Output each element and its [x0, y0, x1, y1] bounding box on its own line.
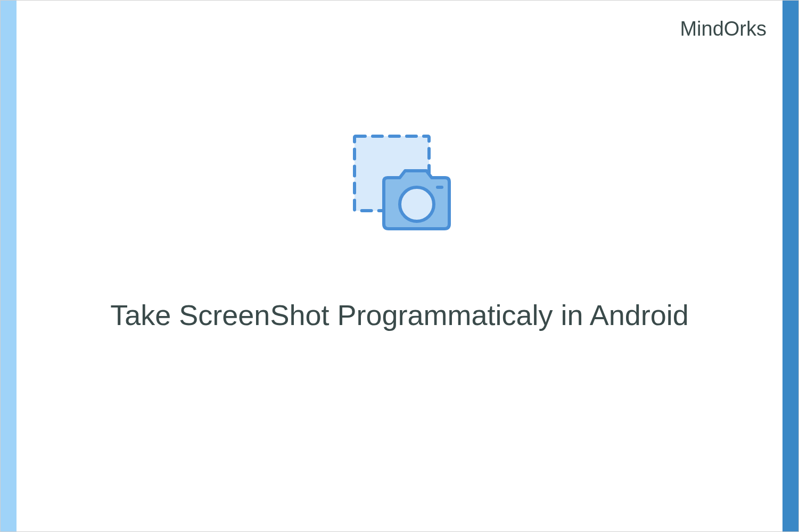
screenshot-camera-icon	[333, 126, 466, 259]
left-accent-stripe	[1, 1, 17, 531]
brand-label: MindOrks	[680, 18, 767, 40]
right-accent-stripe	[782, 1, 798, 531]
svg-rect-2	[436, 186, 443, 189]
banner-card: MindOrks Take ScreenShot Programmaticaly…	[0, 0, 799, 532]
svg-point-1	[400, 187, 434, 221]
page-title: Take ScreenShot Programmaticaly in Andro…	[1, 298, 798, 331]
